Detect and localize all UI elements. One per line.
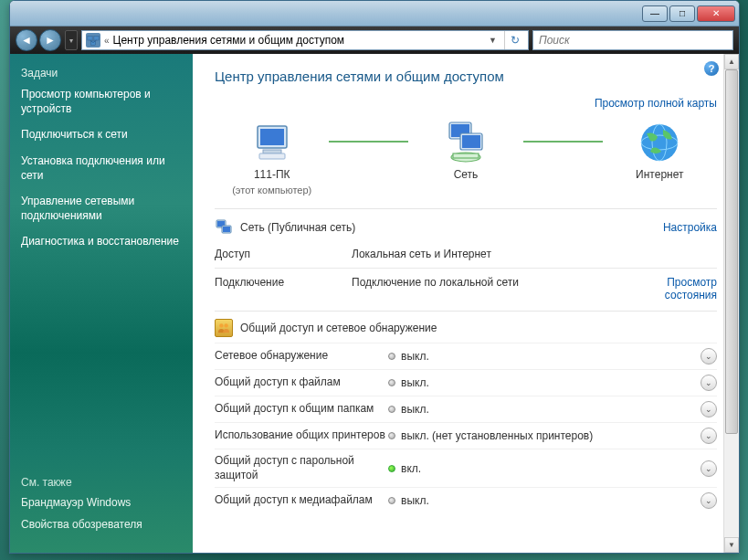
sidebar-link-manage-connections[interactable]: Управление сетевыми подключениями [21,194,182,223]
connection-row: Подключение Подключение по локальной сет… [215,270,717,307]
tasks-heading: Задачи [21,67,182,79]
connection-action: Просмотр состояния [626,276,717,301]
network-section: Сеть (Публичная сеть) Настройка Доступ Л… [215,209,717,312]
titlebar: — □ ✕ [10,1,739,26]
expand-button[interactable]: ⌄ [701,492,717,509]
scroll-up-button[interactable]: ▲ [724,54,739,69]
svg-point-23 [224,323,227,327]
pc-name-label: 111-ПК [254,168,290,181]
see-also-heading: См. также [21,476,182,489]
status-text: выкл. [401,403,429,416]
search-box[interactable] [532,30,733,50]
internet-sublabel [658,185,661,195]
access-row: Доступ Локальная сеть и Интернет [215,242,717,266]
map-connection-line-2 [523,141,603,143]
control-panel-window: — □ ✕ ◄ ► ▾ « Центр управления сетями и … [9,0,740,554]
page-title: Центр управления сетями и общим доступом [215,69,717,84]
sharing-title: Общий доступ и сетевое обнаружение [240,322,717,334]
forward-button[interactable]: ► [39,29,61,51]
pc-sublabel: (этот компьютер) [232,185,311,195]
svg-rect-7 [263,150,281,153]
map-link-row: Просмотр полной карты [215,97,717,110]
status-text: вкл. [401,462,421,475]
view-status-link[interactable]: Просмотр состояния [665,276,717,301]
status-text: выкл. [401,494,429,507]
setting-label: Использование общих принтеров [215,428,388,443]
connection-label: Подключение [215,276,352,289]
nav-history-dropdown[interactable]: ▾ [65,30,78,50]
network-center-icon [86,33,100,48]
sharing-icon [215,319,233,337]
maximize-button[interactable]: □ [669,5,695,22]
status-off-icon [388,497,395,504]
main-panel: ? Центр управления сетями и общим доступ… [193,54,739,553]
separator [215,268,717,269]
setting-label: Общий доступ к медиафайлам [215,493,388,508]
setting-status: выкл. (нет установленных принтеров) [388,429,701,442]
sharing-header: Общий доступ и сетевое обнаружение [215,312,717,343]
status-off-icon [388,432,395,439]
svg-rect-0 [88,37,92,40]
vertical-scrollbar[interactable]: ▲ ▼ [723,54,739,553]
close-button[interactable]: ✕ [697,5,735,22]
svg-rect-1 [94,37,99,40]
network-small-icon [215,218,233,237]
expand-button[interactable]: ⌄ [701,401,717,417]
scroll-down-button[interactable]: ▼ [724,537,739,553]
navigation-bar: ◄ ► ▾ « Центр управления сетями и общим … [10,26,739,54]
address-text: Центр управления сетями и общим доступом [113,34,482,47]
setting-row: Общий доступ с парольной защитойвкл.⌄ [215,449,717,487]
status-off-icon [388,353,395,360]
tasks-sidebar: Задачи Просмотр компьютеров и устройств … [10,54,193,553]
connection-value: Подключение по локальной сети [352,276,626,289]
back-button[interactable]: ◄ [16,29,37,51]
sidebar-link-firewall[interactable]: Брандмауэр Windows [21,496,182,509]
search-input[interactable] [539,34,727,47]
view-full-map-link[interactable]: Просмотр полной карты [595,97,717,110]
customize-link[interactable]: Настройка [663,221,717,234]
setting-row: Общий доступ к файламвыкл.⌄ [215,369,717,396]
sharing-section: Общий доступ и сетевое обнаружение Сетев… [215,312,717,513]
setting-status: выкл. [388,403,701,416]
network-device-icon [444,121,488,164]
network-section-title: Сеть (Публичная сеть) [240,221,656,234]
setting-label: Общий доступ с парольной защитой [215,454,388,482]
sidebar-link-setup-connection[interactable]: Установка подключения или сети [21,153,182,183]
svg-rect-14 [453,153,479,158]
nav-arrows: ◄ ► [16,29,61,51]
svg-rect-6 [260,129,284,145]
sidebar-link-connect[interactable]: Подключиться к сети [21,127,182,142]
address-bar[interactable]: « Центр управления сетями и общим доступ… [81,30,529,50]
status-on-icon [388,465,395,472]
status-text: выкл. [401,350,429,363]
window-controls: — □ ✕ [642,5,735,22]
svg-rect-21 [223,227,230,232]
setting-status: выкл. [388,350,701,363]
refresh-button[interactable]: ↻ [504,31,524,49]
setting-label: Сетевое обнаружение [215,349,388,364]
network-sublabel [464,185,467,195]
scroll-thumb[interactable] [725,69,738,434]
status-off-icon [388,406,395,413]
setting-status: вкл. [388,462,701,475]
sidebar-link-diagnose[interactable]: Диагностика и восстановление [21,234,182,248]
expand-button[interactable]: ⌄ [701,375,717,391]
scroll-track[interactable] [724,69,739,537]
breadcrumb-overflow[interactable]: « [104,36,110,46]
network-section-header: Сеть (Публичная сеть) Настройка [215,218,717,237]
setting-row: Использование общих принтероввыкл. (нет … [215,422,717,449]
expand-button[interactable]: ⌄ [701,348,717,365]
setting-status: выкл. [388,494,701,507]
help-icon[interactable]: ? [704,61,719,76]
svg-point-22 [219,323,223,327]
setting-label: Общий доступ к общим папкам [215,402,388,417]
internet-name-label: Интернет [636,168,683,181]
setting-row: Общий доступ к общим папкамвыкл.⌄ [215,396,717,422]
expand-button[interactable]: ⌄ [701,460,717,477]
sidebar-link-view-computers[interactable]: Просмотр компьютеров и устройств [21,87,182,116]
expand-button[interactable]: ⌄ [701,428,717,444]
minimize-button[interactable]: — [642,5,668,22]
sidebar-link-internet-options[interactable]: Свойства обозревателя [21,518,182,531]
address-dropdown[interactable]: ▼ [485,36,500,45]
status-off-icon [388,379,395,386]
